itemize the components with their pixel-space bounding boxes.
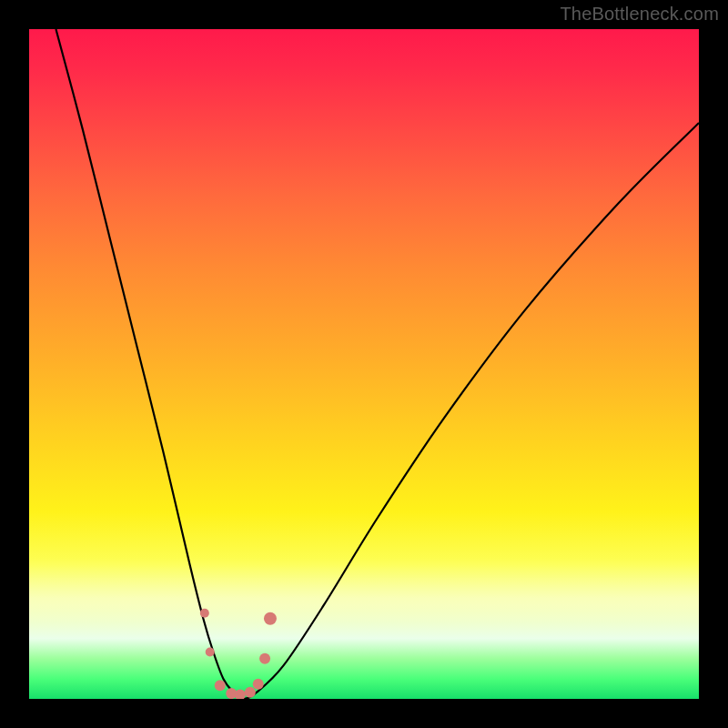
watermark-text: TheBottleneck.com: [560, 4, 719, 25]
curve-marker: [215, 680, 226, 691]
bottleneck-curve-path: [56, 29, 699, 699]
plot-area: [29, 29, 699, 699]
curve-marker: [200, 609, 209, 618]
curve-marker: [259, 653, 270, 664]
curve-marker: [206, 647, 215, 656]
chart-stage: TheBottleneck.com: [0, 0, 728, 728]
curve-marker: [264, 612, 277, 625]
curve-svg: [29, 29, 699, 699]
curve-marker: [235, 690, 246, 699]
curve-marker: [253, 679, 264, 690]
curve-marker: [245, 687, 256, 698]
